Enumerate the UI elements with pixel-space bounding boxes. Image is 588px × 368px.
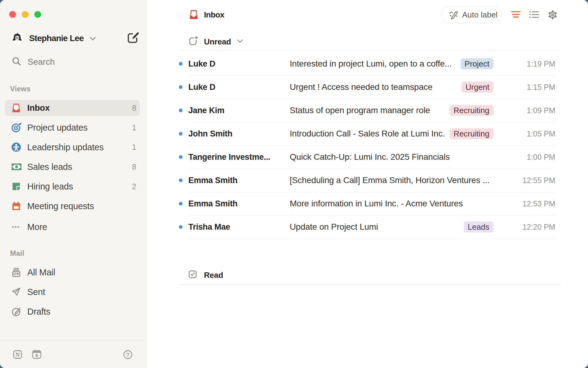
svg-text:N: N [16,351,20,358]
svg-text:?: ? [126,352,129,358]
svg-text:6: 6 [36,353,38,358]
